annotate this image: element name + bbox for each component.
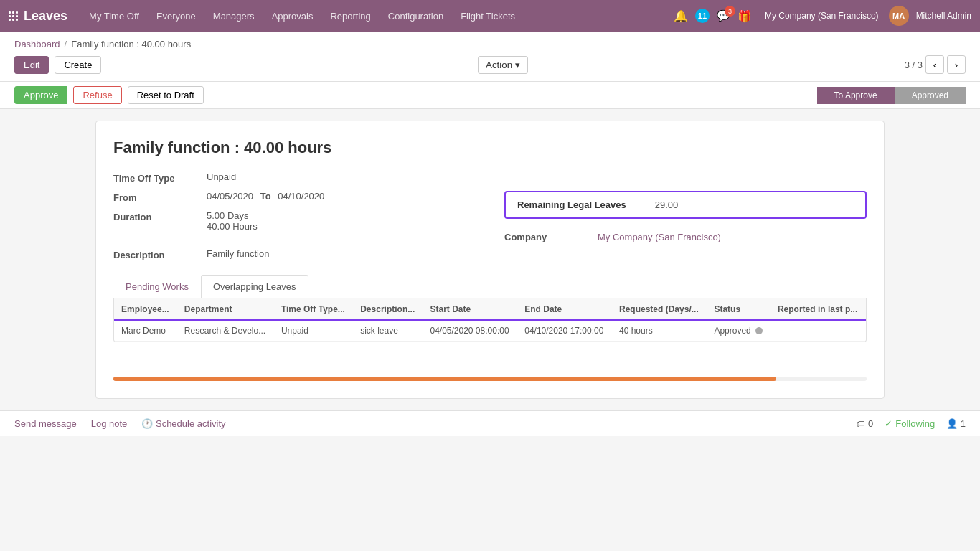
remaining-legal-value: 29.00 [655, 199, 679, 210]
breadcrumb: Dashboard / Family function : 40.00 hour… [14, 39, 966, 50]
duration-days: 5.00 Days [207, 210, 258, 221]
prev-button[interactable]: ‹ [925, 55, 944, 74]
description-row: Description Family function [113, 248, 867, 260]
status-steps: To Approve Approved [817, 87, 966, 104]
duration-hours: 40.00 Hours [207, 221, 258, 232]
pagination: 3 / 3 ‹ › [905, 55, 966, 74]
company-value: My Company (San Francisco) [598, 232, 721, 242]
col-employee: Employee... [114, 298, 177, 321]
col-start-date: Start Date [423, 298, 517, 321]
duration-value: 5.00 Days 40.00 Hours [207, 210, 258, 232]
progress-bar-inner [113, 377, 776, 381]
company-link[interactable]: My Company (San Francisco) [598, 232, 721, 242]
cell-requested: 40 hours [612, 321, 707, 342]
gift-icon[interactable]: 🎁 [738, 9, 752, 23]
progress-section [113, 354, 867, 381]
company-row: Company My Company (San Francisco) [504, 232, 867, 242]
from-label: From [113, 191, 207, 203]
breadcrumb-bar: Dashboard / Family function : 40.00 hour… [0, 32, 980, 82]
status-dot [755, 327, 763, 334]
col-description: Description... [353, 298, 423, 321]
footer-right: 🏷 0 ✓ Following 👤 1 [856, 418, 966, 429]
remaining-legal-label: Remaining Legal Leaves [517, 199, 626, 210]
time-off-type-value: Unpaid [207, 171, 236, 182]
status-bar: Approve Refuse Reset to Draft To Approve… [0, 82, 980, 109]
main-content: Family function : 40.00 hours Time Off T… [0, 109, 980, 410]
avatar[interactable]: MA [889, 6, 909, 26]
progress-bar-outer [113, 377, 867, 381]
table-row[interactable]: Marc Demo Research & Develo... Unpaid si… [114, 321, 866, 342]
tab-pending-works[interactable]: Pending Works [113, 275, 201, 298]
col-time-off-type: Time Off Type... [274, 298, 353, 321]
nav-configuration[interactable]: Configuration [381, 8, 451, 24]
duration-row: Duration 5.00 Days 40.00 Hours [113, 210, 476, 232]
tags-count: 🏷 0 [856, 418, 873, 429]
table-header-row: Employee... Department Time Off Type... … [114, 298, 866, 321]
cell-status: Approved [707, 321, 771, 342]
activities-button[interactable]: 11 [695, 9, 710, 23]
from-value: 04/05/2020 To 04/10/2020 [207, 191, 324, 202]
user-menu[interactable]: Mitchell Admin [916, 11, 971, 21]
company-label: Company [504, 232, 569, 242]
col-department: Department [177, 298, 274, 321]
clock-icon: 🕐 [141, 418, 153, 429]
cell-description: sick leave [353, 321, 423, 342]
remaining-legal-box: Remaining Legal Leaves 29.00 [504, 191, 867, 219]
status-step-approved[interactable]: Approved [895, 87, 966, 104]
create-button[interactable]: Create [55, 56, 101, 74]
approve-button[interactable]: Approve [14, 86, 67, 104]
action-label: Action [486, 60, 512, 70]
nav-menu: My Time Off Everyone Managers Approvals … [82, 8, 668, 24]
avatar-initials: MA [892, 11, 905, 20]
to-label: To [260, 191, 271, 202]
toolbar: Edit Create Action ▾ 3 / 3 ‹ › [14, 55, 966, 81]
chevron-down-icon: ▾ [515, 60, 520, 70]
messages-badge: 3 [725, 6, 735, 17]
breadcrumb-root[interactable]: Dashboard [14, 39, 60, 50]
time-off-type-label: Time Off Type [113, 171, 207, 184]
nav-reporting[interactable]: Reporting [323, 8, 377, 24]
cell-reported [771, 321, 866, 342]
nav-approvals[interactable]: Approvals [265, 8, 321, 24]
schedule-activity-button[interactable]: 🕐 Schedule activity [141, 418, 225, 429]
nav-everyone[interactable]: Everyone [149, 8, 203, 24]
app-brand[interactable]: Leaves [9, 9, 67, 24]
form-card: Family function : 40.00 hours Time Off T… [95, 121, 885, 399]
refuse-button[interactable]: Refuse [73, 86, 121, 104]
cell-time-off-type: Unpaid [274, 321, 353, 342]
cell-start-date: 04/05/2020 08:00:00 [423, 321, 517, 342]
col-end-date: End Date [517, 298, 612, 321]
messages-button[interactable]: 💬3 [717, 9, 730, 22]
status-step-to-approve[interactable]: To Approve [817, 87, 895, 104]
app-title: Leaves [24, 9, 67, 24]
activities-count: 11 [698, 11, 707, 20]
form-title: Family function : 40.00 hours [113, 138, 867, 157]
notifications-button[interactable]: 🔔 [674, 9, 688, 23]
top-navigation: Leaves My Time Off Everyone Managers App… [0, 0, 980, 32]
from-row: From 04/05/2020 To 04/10/2020 [113, 191, 476, 203]
following-button[interactable]: ✓ Following [885, 418, 935, 429]
log-note-button[interactable]: Log note [91, 418, 128, 429]
cell-end-date: 04/10/2020 17:00:00 [517, 321, 612, 342]
col-reported: Reported in last p... [771, 298, 866, 321]
leave-table: Employee... Department Time Off Type... … [114, 298, 866, 342]
cell-employee: Marc Demo [114, 321, 177, 342]
overlapping-leaves-table: Employee... Department Time Off Type... … [113, 298, 867, 342]
nav-managers[interactable]: Managers [206, 8, 262, 24]
nav-flight-tickets[interactable]: Flight Tickets [453, 8, 522, 24]
nav-my-time-off[interactable]: My Time Off [82, 8, 146, 24]
action-button[interactable]: Action ▾ [478, 56, 528, 74]
person-icon: 👤 [946, 418, 958, 429]
breadcrumb-current: Family function : 40.00 hours [71, 39, 191, 50]
company-selector[interactable]: My Company (San Francisco) [765, 11, 879, 21]
tag-icon: 🏷 [856, 418, 865, 429]
send-message-button[interactable]: Send message [14, 418, 77, 429]
description-label: Description [113, 248, 207, 260]
next-button[interactable]: › [947, 55, 966, 74]
status-approved: Approved [714, 326, 763, 336]
reset-to-draft-button[interactable]: Reset to Draft [128, 86, 204, 104]
topnav-icons: 🔔 11 💬3 🎁 My Company (San Francisco) MA … [674, 6, 971, 26]
edit-button[interactable]: Edit [14, 56, 49, 74]
tab-overlapping-leaves[interactable]: Overlapping Leaves [201, 275, 308, 298]
check-icon: ✓ [885, 418, 892, 429]
